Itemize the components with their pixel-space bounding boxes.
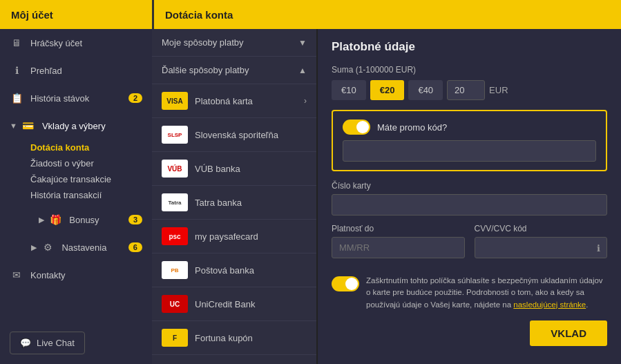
expiry-input[interactable]	[332, 237, 465, 258]
payment-label: VÚB banka	[195, 164, 240, 174]
sidebar-item-vklady[interactable]: ▼ 💳 Vklady a výbery	[0, 112, 152, 140]
sidebar: 🖥 Hráčsky účet ℹ Prehľad 📋 História stáv…	[0, 29, 152, 364]
payment-vub[interactable]: VÚB VÚB banka	[152, 152, 316, 186]
consent-row: Zaškrtnutím tohto políčka súhlasíte s be…	[332, 275, 607, 311]
sidebar-sub-historia[interactable]: História transakcií	[0, 187, 152, 203]
my-account-title: Môj účet	[11, 9, 53, 21]
paysafe-icon: psc	[162, 227, 188, 245]
vklad-button[interactable]: VKLAD	[530, 320, 607, 346]
payment-label: Fortuna kupón	[195, 333, 253, 343]
sidebar-item-bonusy[interactable]: ▶ 🎁 Bonusy 3	[0, 206, 152, 233]
sub-label: Žiadosti o výber	[30, 158, 94, 169]
sidebar-item-kontakty[interactable]: ✉ Kontakty	[0, 261, 152, 289]
fortuna-icon: F	[162, 329, 188, 347]
amount-20-btn[interactable]: €20	[370, 80, 405, 100]
payment-tatra[interactable]: Tatra Tatra banka	[152, 186, 316, 220]
sidebar-item-nastavenia[interactable]: ▶ ⚙ Nastavenia 6	[0, 233, 152, 261]
payment-paysafe[interactable]: psc my paysafecard	[152, 220, 316, 253]
payment-details-title: Platobné údaje	[332, 40, 607, 54]
postova-icon: PB	[162, 261, 188, 279]
chat-icon: 💬	[20, 338, 31, 348]
expiry-cvv-row: Platnosť do CVV/CVC kód ℹ	[332, 224, 607, 258]
sum-label: Suma (1-100000 EUR)	[332, 65, 607, 75]
payment-methods-panel: Moje spôsoby platby ▼ Ďalšie spôsoby pla…	[152, 29, 318, 364]
chevron-down-icon: ▼	[298, 38, 307, 48]
badge-nastavenia: 6	[128, 242, 142, 252]
payment-label: my paysafecard	[195, 231, 258, 242]
payment-platobna-karta[interactable]: VISA Platobná karta ›	[152, 84, 316, 118]
my-payments-header[interactable]: Moje spôsoby platby ▼	[152, 29, 316, 57]
vub-icon: VÚB	[162, 160, 188, 178]
payment-fortuna[interactable]: F Fortuna kupón	[152, 321, 316, 355]
badge-bonusy: 3	[128, 215, 142, 224]
payment-postova[interactable]: PB Poštová banka	[152, 253, 316, 287]
list-icon: 📋	[10, 91, 23, 105]
sub-label: Čakajúce transakcie	[30, 174, 111, 184]
payment-slsp[interactable]: SLSP Slovenská sporiteľňa	[152, 118, 316, 152]
amount-row: €10 €20 €40 EUR	[332, 80, 607, 100]
sidebar-item-hracsky-ucet[interactable]: 🖥 Hráčsky účet	[0, 29, 152, 57]
sidebar-label: Hráčsky účet	[30, 38, 82, 48]
promo-box: Máte promo kód?	[332, 110, 607, 171]
sidebar-sub-dotacia[interactable]: Dotácia konta	[0, 140, 152, 155]
amount-10-btn[interactable]: €10	[332, 80, 366, 100]
badge-historia: 2	[128, 93, 142, 103]
live-chat-button[interactable]: 💬 Live Chat	[10, 332, 85, 354]
consent-link-end: .	[586, 300, 588, 309]
tatra-icon: Tatra	[162, 193, 188, 211]
header-right-title: Dotácia konta	[152, 0, 621, 29]
cvv-input[interactable]	[475, 237, 608, 258]
payment-label: Tatra banka	[195, 198, 242, 208]
eur-label: EUR	[489, 85, 508, 95]
promo-code-input[interactable]	[343, 140, 596, 162]
sub-label: História transakcií	[30, 190, 102, 200]
promo-toggle-row: Máte promo kód?	[343, 119, 596, 135]
consent-link[interactable]: nasledujúcej stránke	[513, 300, 586, 309]
payment-label: Poštová banka	[195, 265, 254, 276]
page-title: Dotácia konta	[165, 9, 233, 21]
sub-label: Dotácia konta	[30, 142, 89, 153]
sidebar-label: Prehľad	[30, 66, 62, 76]
mail-icon: ✉	[10, 268, 23, 282]
payment-label: Platobná karta	[195, 96, 253, 106]
sidebar-item-historia-stavok[interactable]: 📋 História stávok 2	[0, 84, 152, 112]
monitor-icon: 🖥	[10, 36, 23, 50]
sidebar-label: História stávok	[30, 93, 89, 104]
info-icon: ℹ	[597, 242, 600, 253]
payment-details-panel: Platobné údaje Suma (1-100000 EUR) €10 €…	[318, 29, 621, 364]
promo-toggle[interactable]	[343, 119, 370, 135]
gift-icon: 🎁	[48, 213, 62, 227]
payment-unicredit[interactable]: UC UniCredit Bank	[152, 287, 316, 321]
sidebar-sub-cakajuce[interactable]: Čakajúce transakcie	[0, 171, 152, 187]
card-number-input[interactable]	[332, 194, 607, 215]
sidebar-bottom: 💬 Live Chat	[0, 325, 152, 364]
chevron-up-icon: ▲	[298, 66, 307, 75]
consent-text: Zaškrtnutím tohto políčka súhlasíte s be…	[366, 275, 607, 311]
sidebar-label: Bonusy	[69, 215, 99, 225]
consent-toggle[interactable]	[332, 276, 359, 291]
consent-toggle-knob	[345, 278, 358, 290]
header-left-title: Môj účet	[0, 0, 152, 29]
card-number-label: Číslo karty	[332, 181, 607, 191]
chevron-right-icon: ▶	[31, 243, 37, 252]
sidebar-label: Vklady a výbery	[42, 121, 106, 131]
chevron-right-icon: ▶	[39, 215, 44, 224]
payment-label: UniCredit Bank	[195, 299, 255, 309]
card-icon: 💳	[21, 119, 35, 133]
chevron-down-icon: ▼	[10, 122, 17, 130]
sidebar-item-prehlad[interactable]: ℹ Prehľad	[0, 57, 152, 84]
other-payments-header[interactable]: Ďalšie spôsoby platby ▲	[152, 57, 316, 84]
my-payments-label: Moje spôsoby platby	[162, 37, 244, 48]
sidebar-sub-ziadosti[interactable]: Žiadosti o výber	[0, 155, 152, 171]
unicredit-icon: UC	[162, 295, 188, 313]
amount-40-btn[interactable]: €40	[408, 80, 443, 100]
info-icon: ℹ	[10, 64, 23, 77]
sidebar-label: Kontakty	[30, 270, 66, 280]
toggle-knob	[356, 121, 369, 133]
card-icon: VISA	[162, 92, 188, 110]
submit-row: VKLAD	[332, 320, 607, 346]
cvv-group: CVV/CVC kód ℹ	[475, 224, 608, 258]
promo-label: Máte promo kód?	[377, 122, 447, 133]
amount-custom-input[interactable]	[447, 80, 485, 100]
slsp-icon: SLSP	[162, 126, 188, 144]
